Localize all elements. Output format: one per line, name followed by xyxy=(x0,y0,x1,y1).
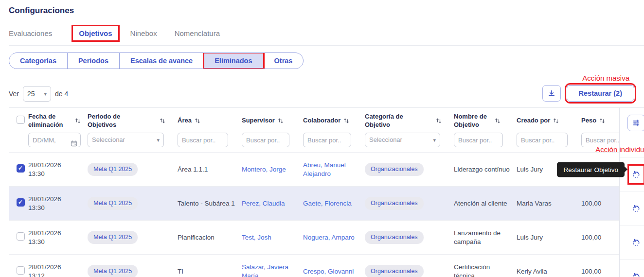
supervisor-link[interactable]: Salazar, Javiera María xyxy=(242,263,288,277)
cell-fecha: 28/01/202613:30 xyxy=(28,161,88,178)
annotation-box-objetivos: Objetivos xyxy=(72,25,119,42)
periodo-badge: Meta Q1 2025 xyxy=(88,265,138,277)
row-checkbox[interactable]: ✓ xyxy=(17,164,25,173)
restore-icon xyxy=(632,238,641,247)
chevron-down-icon: ▾ xyxy=(433,137,436,143)
restore-row-button[interactable] xyxy=(630,236,643,249)
nombre-filter-input[interactable] xyxy=(454,133,503,147)
sort-icon[interactable] xyxy=(278,118,284,124)
tab-ninebox[interactable]: Ninebox xyxy=(130,23,157,45)
chevron-down-icon: ▾ xyxy=(44,91,47,97)
table-filter-row: Seleccionar ▾ Seleccionar ▾ xyxy=(9,130,644,152)
page-size-control: Ver 25 ▾ de 4 xyxy=(9,86,68,102)
cell-creado: Luis Jury xyxy=(517,233,581,242)
header-area: Área xyxy=(178,117,192,124)
restore-tooltip: Restaurar Objetivo xyxy=(557,162,625,177)
sort-icon[interactable] xyxy=(343,118,349,124)
restore-row-button[interactable] xyxy=(630,202,643,215)
cell-nombre: Liderazgo contínuo xyxy=(454,165,517,174)
header-categoria: Categoría de Objetivo xyxy=(365,113,410,129)
tab-nomenclatura[interactable]: Nomenclatura xyxy=(175,23,220,45)
row-checkbox[interactable]: ✓ xyxy=(17,266,25,275)
periodo-filter-select[interactable]: Seleccionar ▾ xyxy=(88,133,164,147)
cell-fecha: 28/01/202613:30 xyxy=(28,195,88,212)
table-row: ✓ 28/01/202613:12 Meta Q1 2025 TI Salaza… xyxy=(9,254,644,277)
column-settings-button[interactable] xyxy=(627,115,644,131)
page-size-value: 25 xyxy=(27,90,35,98)
subtab-periodos[interactable]: Periodos xyxy=(68,53,120,69)
actions-column xyxy=(619,107,644,277)
area-filter-input[interactable] xyxy=(178,133,228,147)
subtab-eliminados[interactable]: Eliminados xyxy=(204,53,263,69)
restore-icon xyxy=(632,204,641,213)
restore-selected-button[interactable]: Restaurar (2) xyxy=(567,85,634,102)
sort-icon[interactable] xyxy=(495,118,501,124)
table-controls: Ver 25 ▾ de 4 Acción masiva Restaurar (2… xyxy=(9,74,644,102)
sort-icon[interactable] xyxy=(553,118,559,124)
categoria-badge: Organizacionales xyxy=(365,197,424,209)
colaborador-link[interactable]: Crespo, Giovanni xyxy=(303,268,354,275)
sort-icon[interactable] xyxy=(195,118,200,124)
header-supervisor: Supervisor xyxy=(242,117,275,124)
restore-icon xyxy=(632,272,641,277)
sliders-icon xyxy=(632,119,640,127)
sort-icon[interactable] xyxy=(75,118,81,124)
cell-fecha: 28/01/202613:12 xyxy=(28,263,88,277)
subtab-escalas-de-avance[interactable]: Escalas de avance xyxy=(120,53,204,69)
total-label: de 4 xyxy=(55,90,68,98)
cell-fecha: 28/01/202613:30 xyxy=(28,229,88,246)
calendar-icon[interactable] xyxy=(71,140,77,147)
tab-objetivos[interactable]: Objetivos xyxy=(73,26,118,40)
cell-nombre: Lanzamiento de campaña xyxy=(454,229,517,246)
annotation-massive-action: Acción masiva xyxy=(582,74,629,82)
supervisor-filter-input[interactable] xyxy=(242,133,289,147)
chevron-down-icon: ▾ xyxy=(157,137,160,143)
configurations-page: Configuraciones Evaluaciones Objetivos N… xyxy=(0,0,644,277)
periodo-filter-placeholder: Seleccionar xyxy=(92,136,125,144)
fecha-filter xyxy=(28,137,81,144)
supervisor-link[interactable]: Montero, Jorge xyxy=(242,166,286,173)
cell-area: Talento - Subárea 1 xyxy=(178,199,242,208)
cell-creado: Kerly Avila xyxy=(517,267,581,276)
download-icon xyxy=(548,89,555,97)
tab-evaluaciones[interactable]: Evaluaciones xyxy=(9,23,52,45)
table-row: ✓ 28/01/202613:30 Meta Q1 2025 Área 1.1.… xyxy=(9,152,644,186)
restore-row-button[interactable] xyxy=(630,270,643,277)
periodo-badge: Meta Q1 2025 xyxy=(88,231,138,243)
sort-icon[interactable] xyxy=(599,118,605,124)
subtab-categorias[interactable]: Categorías xyxy=(9,53,68,69)
cell-area: Planificacion xyxy=(178,233,242,242)
page-size-select[interactable]: 25 ▾ xyxy=(23,86,51,102)
header-fecha: Fecha de eliminación xyxy=(28,113,72,129)
annotation-box-individual xyxy=(627,164,644,185)
colaborador-filter-input[interactable] xyxy=(303,133,351,147)
bulk-actions: Acción masiva Restaurar (2) xyxy=(542,74,634,102)
creado-filter-input[interactable] xyxy=(517,133,568,147)
periodo-badge: Meta Q1 2025 xyxy=(88,163,138,175)
categoria-badge: Organizacionales xyxy=(365,231,424,243)
deleted-objectives-table: ✓ Fecha de eliminación Periodo de Objeti… xyxy=(9,107,644,277)
cell-nombre: Atención al cliente xyxy=(454,199,517,208)
categoria-filter-placeholder: Seleccionar xyxy=(369,136,402,144)
colaborador-link[interactable]: Noguera, Amparo xyxy=(303,234,355,241)
supervisor-link[interactable]: Test, Josh xyxy=(242,234,271,241)
download-button[interactable] xyxy=(542,85,561,102)
row-checkbox[interactable]: ✓ xyxy=(17,198,25,207)
cell-area: TI xyxy=(178,267,242,276)
select-all-checkbox[interactable]: ✓ xyxy=(17,116,25,124)
supervisor-link[interactable]: Perez, Claudia xyxy=(242,200,285,207)
sort-icon[interactable] xyxy=(436,118,442,124)
colaborador-link[interactable]: Gaete, Florencia xyxy=(303,200,352,207)
restore-row-button[interactable] xyxy=(630,168,643,181)
subtab-otras[interactable]: Otras xyxy=(264,53,304,69)
cell-area: Área 1.1.1 xyxy=(178,165,242,174)
categoria-filter-select[interactable]: Seleccionar ▾ xyxy=(365,133,440,147)
header-nombre: Nombre de Objetivo xyxy=(454,113,492,129)
colaborador-link[interactable]: Abreu, Manuel Alejandro xyxy=(303,161,346,177)
main-tabs: Evaluaciones Objetivos Ninebox Nomenclat… xyxy=(9,23,644,46)
row-checkbox[interactable]: ✓ xyxy=(17,232,25,241)
header-creado: Creado por xyxy=(517,117,550,124)
restore-icon xyxy=(632,170,641,179)
sort-icon[interactable] xyxy=(160,118,165,124)
header-peso: Peso xyxy=(581,117,596,124)
